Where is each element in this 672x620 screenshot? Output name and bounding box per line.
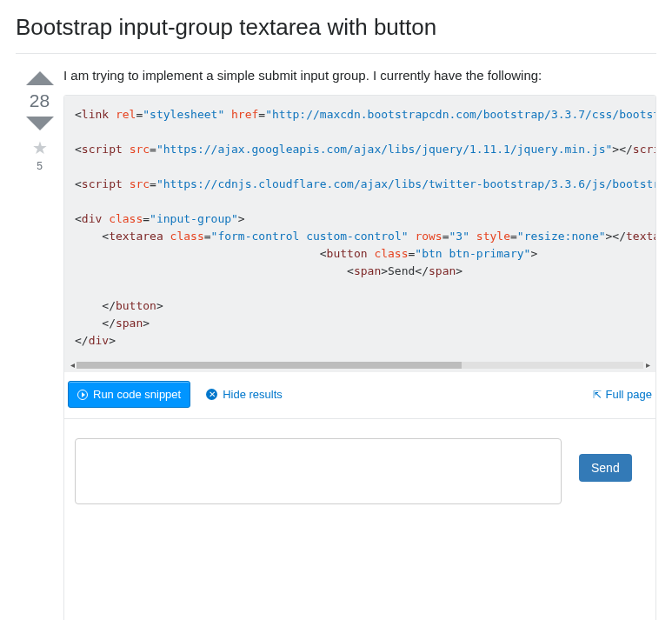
vote-cell: 28 ★ 5 [16, 66, 63, 620]
divider [16, 53, 656, 54]
code-content: <link rel="stylesheet" href="http://maxc… [64, 96, 655, 360]
code-snippet-container: <link rel="stylesheet" href="http://maxc… [63, 95, 656, 620]
scroll-thumb[interactable] [77, 362, 462, 369]
vote-score: 28 [16, 90, 63, 111]
question-title: Bootstrap input-group textarea with butt… [16, 14, 656, 41]
fullpage-label: Full page [606, 388, 652, 401]
downvote-icon[interactable] [26, 117, 54, 130]
intro-text: I am trying to implement a simple submit… [63, 68, 656, 83]
send-button[interactable]: Send [579, 454, 632, 482]
snippet-result: Send [64, 418, 655, 620]
scroll-right-icon[interactable]: ▸ [643, 361, 652, 370]
full-page-link[interactable]: ⇱ Full page [593, 388, 652, 401]
hide-label: Hide results [223, 388, 283, 401]
result-textarea[interactable] [75, 438, 562, 504]
favorite-star-icon[interactable]: ★ [16, 139, 63, 157]
run-snippet-button[interactable]: Run code snippet [68, 381, 190, 408]
upvote-icon[interactable] [26, 71, 54, 85]
scroll-left-icon[interactable]: ◂ [68, 361, 77, 370]
external-link-icon: ⇱ [593, 389, 602, 401]
snippet-controls: Run code snippet ✕ Hide results ⇱ Full p… [64, 372, 655, 418]
favorite-count: 5 [16, 160, 63, 172]
result-input-group: Send [75, 438, 645, 504]
horizontal-scrollbar[interactable]: ◂ ▸ [64, 360, 655, 372]
scroll-track[interactable] [77, 362, 643, 369]
play-icon [77, 390, 88, 400]
post-body: I am trying to implement a simple submit… [63, 66, 656, 620]
close-circle-icon: ✕ [206, 389, 217, 400]
run-label: Run code snippet [93, 388, 181, 401]
hide-results-link[interactable]: ✕ Hide results [206, 388, 283, 401]
